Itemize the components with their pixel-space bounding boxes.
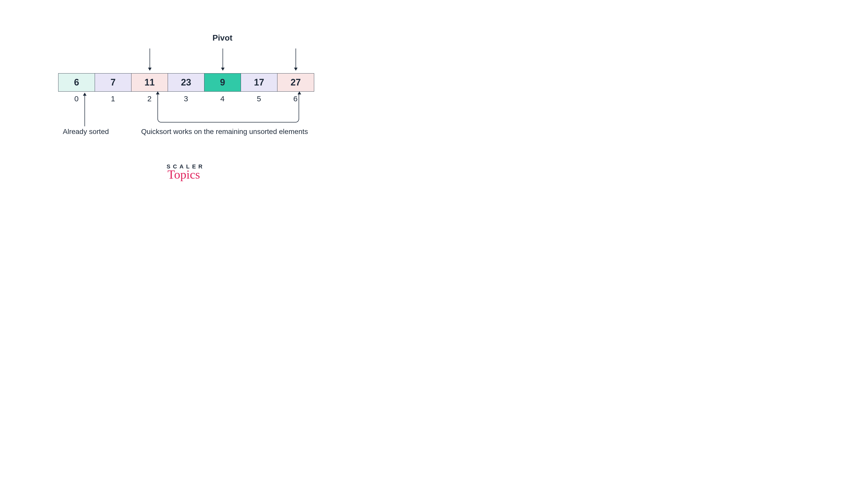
bracket-arrowhead-1 (298, 91, 301, 94)
top-arrow-6 (296, 48, 296, 70)
quicksort-caption: Quicksort works on the remaining unsorte… (141, 128, 308, 136)
top-arrow-4 (223, 48, 223, 70)
array-cell-3: 23 (168, 73, 204, 91)
already-sorted-arrow-line (84, 93, 85, 126)
array-cell-5: 17 (241, 73, 277, 91)
array-cell-1: 7 (95, 73, 131, 91)
logo-sub: Topics (165, 167, 203, 181)
already-sorted-caption: Already sorted (63, 128, 109, 136)
array-index-0: 0 (58, 94, 95, 103)
array-cell-2: 11 (131, 73, 168, 91)
pivot-label: Pivot (204, 33, 241, 43)
top-arrow-2 (150, 48, 150, 70)
array-cell-4: 9 (204, 73, 241, 91)
array-index-1: 1 (95, 94, 131, 103)
array-cell-0: 6 (58, 73, 95, 91)
bracket-arrowhead-0 (156, 91, 159, 94)
array-row: 67112391727 (58, 73, 314, 92)
array-cell-6: 27 (277, 73, 314, 91)
scaler-topics-logo: SCALER Topics (167, 163, 205, 181)
